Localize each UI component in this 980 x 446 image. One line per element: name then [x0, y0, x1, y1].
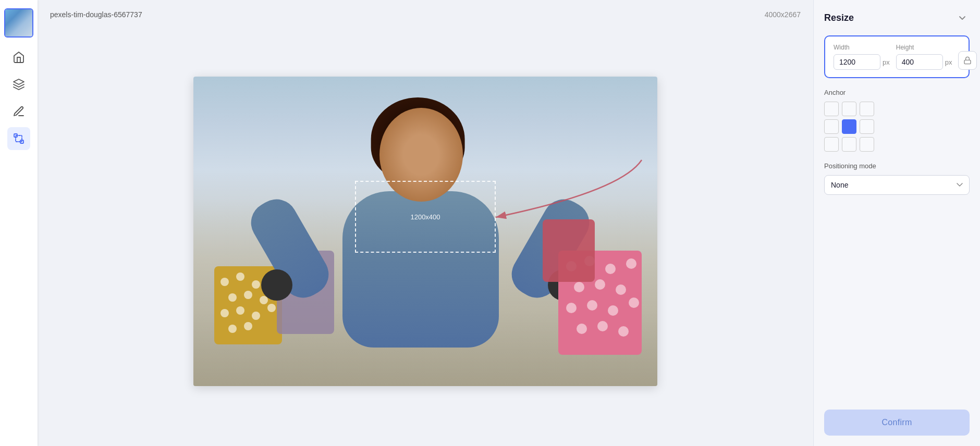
svg-point-29: [597, 321, 608, 331]
anchor-center[interactable]: [842, 119, 856, 134]
anchor-grid: [824, 102, 970, 152]
svg-point-25: [587, 300, 597, 311]
glove-left: [261, 269, 292, 301]
height-field: Height px: [896, 44, 952, 70]
svg-point-21: [574, 282, 584, 292]
height-input[interactable]: [896, 54, 943, 70]
anchor-top-left[interactable]: [824, 102, 839, 116]
width-field: Width px: [834, 44, 890, 70]
svg-point-19: [605, 264, 616, 274]
svg-point-4: [220, 278, 229, 286]
file-dimensions: 4000x2667: [765, 10, 801, 19]
bag-red: [543, 219, 595, 282]
size-inputs-container: Width px Height px: [824, 35, 970, 78]
svg-point-9: [244, 291, 252, 299]
svg-rect-32: [964, 60, 971, 64]
image-thumbnail[interactable]: [4, 8, 33, 38]
svg-point-30: [618, 326, 629, 337]
thumbnail-preview: [5, 9, 32, 36]
svg-rect-1: [16, 135, 22, 142]
file-name: pexels-tim-douglas-6567737: [50, 10, 142, 19]
svg-point-22: [595, 279, 605, 290]
width-unit: px: [883, 58, 890, 66]
positioning-label: Positioning mode: [824, 162, 970, 170]
width-input-wrap: px: [834, 54, 890, 70]
svg-point-26: [608, 305, 618, 316]
anchor-top-right[interactable]: [860, 102, 874, 116]
anchor-middle-left[interactable]: [824, 119, 839, 134]
sidebar-item-home[interactable]: [7, 46, 30, 69]
svg-point-12: [236, 306, 244, 315]
size-row: Width px Height px: [834, 44, 960, 70]
width-label: Width: [834, 44, 890, 51]
svg-point-8: [228, 293, 237, 302]
sidebar-item-crop[interactable]: [7, 127, 30, 150]
panel-title: Resize: [824, 13, 854, 23]
confirm-button[interactable]: Confirm: [824, 410, 970, 436]
svg-point-24: [566, 303, 577, 313]
right-panel: Resize Width px Height px: [813, 0, 980, 446]
lock-aspect-ratio-button[interactable]: [958, 51, 977, 70]
anchor-bottom-center[interactable]: [842, 137, 856, 152]
sidebar-item-edit[interactable]: [7, 100, 30, 123]
height-label: Height: [896, 44, 952, 51]
svg-point-20: [626, 258, 636, 269]
svg-point-27: [629, 298, 639, 308]
positioning-section: Positioning mode None Top Left Top Cente…: [824, 162, 970, 195]
width-input[interactable]: [834, 54, 880, 70]
main-header: pexels-tim-douglas-6567737 4000x2667: [50, 10, 801, 19]
panel-header: Resize: [824, 10, 970, 25]
anchor-label: Anchor: [824, 89, 970, 96]
svg-point-15: [228, 325, 237, 333]
anchor-bottom-left[interactable]: [824, 137, 839, 152]
sidebar: [0, 0, 38, 446]
positioning-select[interactable]: None Top Left Top Center Top Right Cente…: [824, 175, 970, 195]
svg-marker-0: [14, 79, 24, 84]
anchor-section: Anchor: [824, 89, 970, 152]
anchor-top-center[interactable]: [842, 102, 856, 116]
sidebar-item-layers[interactable]: [7, 73, 30, 96]
canvas-area: 1200x400: [50, 27, 801, 436]
svg-point-16: [244, 322, 252, 330]
main-content: pexels-tim-douglas-6567737 4000x2667: [38, 0, 813, 446]
svg-point-23: [616, 284, 626, 295]
svg-point-13: [252, 312, 260, 320]
person-face: [379, 108, 463, 202]
svg-point-14: [267, 304, 276, 312]
height-input-wrap: px: [896, 54, 952, 70]
anchor-bottom-right[interactable]: [860, 137, 874, 152]
panel-collapse-button[interactable]: [955, 10, 970, 25]
sweater: [342, 191, 499, 348]
image-container: 1200x400: [193, 77, 657, 386]
svg-point-6: [252, 280, 260, 289]
svg-point-28: [577, 324, 587, 334]
person-scene: [193, 77, 657, 386]
svg-point-11: [220, 309, 229, 317]
height-unit: px: [945, 58, 952, 66]
anchor-middle-right[interactable]: [860, 119, 874, 134]
svg-point-5: [236, 272, 244, 281]
